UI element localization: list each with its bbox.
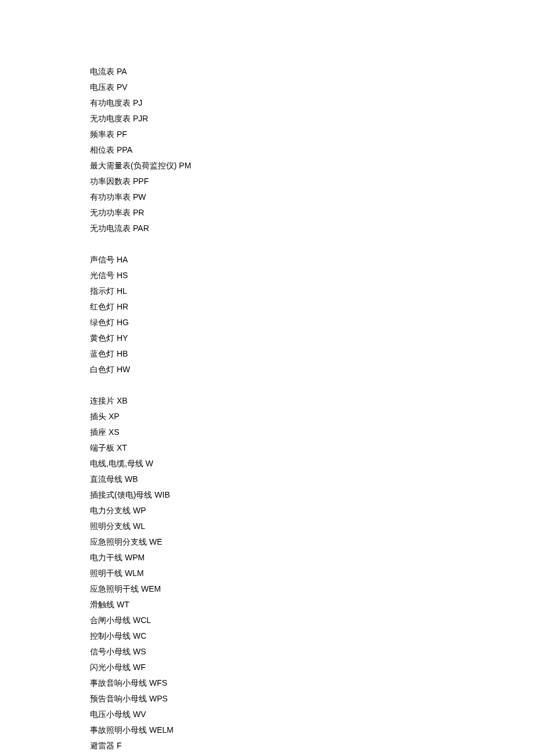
list-item: 光信号HS <box>90 268 534 283</box>
list-item: 蓝色灯HB <box>90 346 534 362</box>
list-item: 频率表PF <box>90 127 534 142</box>
item-code: PM <box>179 161 191 170</box>
item-code: PF <box>117 129 127 139</box>
item-code: HR <box>117 302 128 311</box>
item-code: WLM <box>125 568 144 578</box>
item-code: WC <box>133 631 146 640</box>
item-name: 事故照明小母线 <box>90 725 147 735</box>
item-name: 信号小母线 <box>90 647 131 656</box>
list-item: 预告音响小母线WPS <box>90 691 534 707</box>
item-name: 白色灯 <box>90 365 114 374</box>
list-item: 无功电度表PJR <box>90 111 534 127</box>
item-name: 指示灯 <box>90 286 114 296</box>
item-name: 事故音响小母线 <box>90 678 147 687</box>
list-item: 有功电度表PJ <box>90 95 534 111</box>
item-name: 滑触线 <box>90 600 114 609</box>
item-name: 有功电度表 <box>90 98 131 107</box>
item-code: F <box>117 741 122 750</box>
item-name: 控制小母线 <box>90 631 131 640</box>
item-name: 直流母线 <box>90 474 122 484</box>
item-code: PPA <box>117 145 132 154</box>
list-item: 无功功率表PR <box>90 205 534 221</box>
list-item: 电力分支线WP <box>90 503 534 519</box>
list-item: 电压表PV <box>90 80 534 95</box>
item-name: 照明干线 <box>90 568 122 578</box>
item-code: WELM <box>149 725 174 735</box>
item-code: XS <box>109 427 120 437</box>
list-item: 应急照明干线WEM <box>90 581 534 597</box>
item-code: PA <box>117 67 127 76</box>
list-item: 绿色灯HG <box>90 315 534 330</box>
item-name: 插座 <box>90 427 106 437</box>
item-code: HW <box>117 365 130 374</box>
document-content: 电流表PA电压表PV有功电度表PJ无功电度表PJR频率表PF相位表PPA最大需量… <box>0 0 534 754</box>
item-code: WT <box>117 600 129 609</box>
item-name: 红色灯 <box>90 302 114 311</box>
item-code: WV <box>133 710 146 719</box>
list-item: 事故照明小母线WELM <box>90 722 534 738</box>
list-item: 黄色灯HY <box>90 330 534 346</box>
item-name: 光信号 <box>90 271 114 280</box>
list-item: 电流表PA <box>90 64 534 80</box>
item-code: PV <box>117 82 128 92</box>
item-code: PPF <box>133 177 149 186</box>
item-code: WB <box>125 474 138 484</box>
item-name: 电压表 <box>90 82 114 92</box>
list-item: 红色灯HR <box>90 299 534 315</box>
list-item: 电压小母线WV <box>90 707 534 722</box>
item-name: 预告音响小母线 <box>90 694 147 703</box>
item-code: HG <box>117 318 129 327</box>
item-code: W <box>146 459 153 468</box>
item-code: WE <box>149 537 163 546</box>
list-item: 滑触线WT <box>90 597 534 613</box>
item-name: 无功电流表 <box>90 224 131 233</box>
item-code: PJ <box>133 98 142 107</box>
list-item: 指示灯HL <box>90 283 534 299</box>
list-item: 声信号HA <box>90 252 534 268</box>
list-item: 相位表PPA <box>90 142 534 158</box>
item-name: 蓝色灯 <box>90 349 114 358</box>
list-item: 端子板XT <box>90 440 534 456</box>
item-name: 端子板 <box>90 443 114 452</box>
item-name: 声信号 <box>90 255 114 264</box>
item-name: 连接片 <box>90 396 114 405</box>
item-name: 无功功率表 <box>90 208 131 217</box>
list-item: 插头XP <box>90 409 534 424</box>
item-code: HL <box>117 286 127 296</box>
group-spacer <box>90 236 534 252</box>
item-code: PR <box>133 208 144 217</box>
item-name: 绿色灯 <box>90 318 114 327</box>
item-name: 相位表 <box>90 145 114 154</box>
item-name: 应急照明分支线 <box>90 537 147 546</box>
list-item: 插座XS <box>90 424 534 440</box>
list-item: 照明分支线WL <box>90 519 534 534</box>
item-name: 合闸小母线 <box>90 615 131 625</box>
item-name: 应急照明干线 <box>90 584 139 593</box>
list-item: 事故音响小母线WFS <box>90 675 534 691</box>
item-code: PAR <box>133 224 149 233</box>
item-name: 闪光小母线 <box>90 663 131 672</box>
item-name: 电线,电缆,母线 <box>90 459 143 468</box>
list-item: 信号小母线WS <box>90 644 534 660</box>
group-spacer <box>90 377 534 393</box>
item-code: WS <box>133 647 146 656</box>
item-name: 有功功率表 <box>90 192 131 201</box>
list-item: 合闸小母线WCL <box>90 613 534 628</box>
item-name: 频率表 <box>90 129 114 139</box>
item-name: 电力干线 <box>90 553 122 562</box>
list-item: 连接片XB <box>90 393 534 409</box>
list-item: 照明干线WLM <box>90 566 534 581</box>
list-item: 有功功率表PW <box>90 189 534 205</box>
item-name: 功率因数表 <box>90 177 131 186</box>
item-name: 黄色灯 <box>90 333 114 343</box>
list-item: 应急照明分支线WE <box>90 534 534 550</box>
list-item: 控制小母线WC <box>90 628 534 644</box>
item-code: WIB <box>154 490 169 499</box>
item-code: HA <box>117 255 128 264</box>
item-name: 电压小母线 <box>90 710 131 719</box>
list-item: 最大需量表(负荷监控仪)PM <box>90 158 534 174</box>
item-code: WCL <box>133 615 151 625</box>
item-name: 电力分支线 <box>90 506 131 515</box>
item-name: 最大需量表(负荷监控仪) <box>90 161 176 170</box>
item-name: 无功电度表 <box>90 114 131 123</box>
